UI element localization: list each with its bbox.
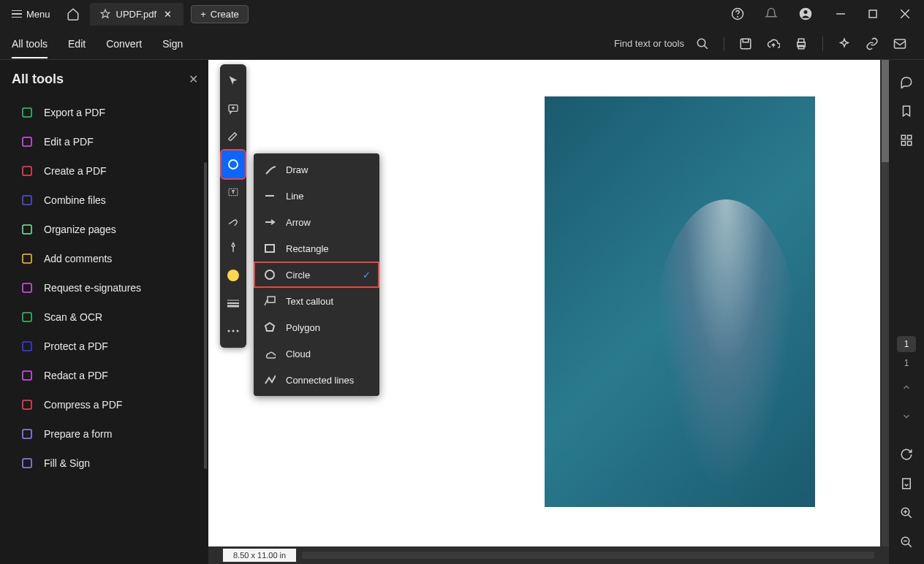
maximize-button[interactable]: [857, 4, 889, 24]
shape-option[interactable]: Connected lines: [254, 367, 379, 393]
account-button[interactable]: [789, 1, 822, 27]
sidebar-close-button[interactable]: ✕: [189, 72, 198, 86]
shape-icon: [264, 164, 276, 175]
sidebar-item-label: Scan & OCR: [44, 311, 102, 323]
stamp-tool[interactable]: [221, 234, 245, 262]
search-button[interactable]: [690, 33, 715, 55]
share-button[interactable]: [887, 33, 912, 55]
sidebar-item[interactable]: Export a PDF: [12, 99, 204, 126]
svg-line-56: [908, 544, 912, 547]
lines-icon: [227, 299, 239, 308]
svg-rect-47: [908, 135, 912, 139]
close-window-button[interactable]: [889, 4, 921, 24]
fit-page-button[interactable]: [893, 470, 920, 497]
shape-option[interactable]: Text callout: [254, 288, 379, 314]
sidebar-scrollbar[interactable]: [204, 162, 207, 469]
draw-tool[interactable]: [221, 206, 245, 234]
toolbar-convert[interactable]: Convert: [106, 29, 142, 58]
speech-icon: [900, 75, 913, 88]
shape-option[interactable]: Rectangle: [254, 235, 379, 262]
tab-close-button[interactable]: ✕: [162, 9, 173, 20]
tool-icon: [20, 369, 34, 382]
tool-icon: [20, 135, 34, 148]
rail-thumbnails-button[interactable]: [893, 127, 920, 153]
ai-button[interactable]: [832, 33, 857, 55]
zoom-out-button[interactable]: [893, 529, 920, 555]
shape-icon: [264, 374, 276, 386]
menu-button[interactable]: Menu: [3, 4, 59, 24]
shape-option[interactable]: Polygon: [254, 314, 379, 340]
sidebar-item[interactable]: Request e-signatures: [12, 274, 204, 302]
current-page-indicator[interactable]: 1: [897, 336, 917, 352]
page-fit-icon: [900, 477, 913, 490]
sidebar-item[interactable]: Combine files: [12, 186, 204, 214]
svg-rect-16: [23, 137, 31, 146]
thickness-tool[interactable]: [221, 289, 245, 317]
page[interactable]: DrawLineArrowRectangleCircle✓Text callou…: [208, 60, 880, 564]
sidebar-item[interactable]: Protect a PDF: [12, 332, 204, 360]
rail-comments-button[interactable]: [893, 69, 920, 95]
star-icon: [100, 9, 110, 19]
sidebar-item[interactable]: Fill & Sign: [12, 449, 204, 477]
more-tools[interactable]: [221, 317, 245, 345]
svg-rect-15: [23, 108, 31, 117]
sidebar-item[interactable]: Redact a PDF: [12, 362, 204, 389]
help-icon: [731, 7, 744, 20]
sidebar-item[interactable]: Prepare a form: [12, 420, 204, 448]
home-button[interactable]: [59, 3, 87, 25]
create-button[interactable]: + Create: [191, 5, 249, 23]
document-image: [545, 96, 815, 507]
save-button[interactable]: [733, 33, 758, 55]
svg-point-36: [228, 330, 230, 332]
shape-option[interactable]: Cloud: [254, 340, 379, 367]
link-button[interactable]: [860, 33, 885, 55]
chevron-down-icon: [901, 411, 912, 422]
sidebar-item-label: Fill & Sign: [44, 457, 90, 469]
text-tool[interactable]: [221, 178, 245, 206]
shape-option[interactable]: Line: [254, 183, 379, 209]
svg-rect-12: [798, 39, 804, 42]
home-icon: [67, 7, 80, 20]
document-tab[interactable]: UPDF.pdf ✕: [90, 3, 184, 26]
annotation-toolbar: [220, 64, 246, 348]
svg-rect-46: [901, 135, 905, 139]
notifications-button[interactable]: [756, 1, 787, 26]
scrollbar-thumb[interactable]: [882, 60, 889, 162]
shape-option[interactable]: Circle✓: [254, 262, 379, 288]
tool-icon: [20, 457, 34, 470]
shape-option[interactable]: Draw: [254, 156, 379, 183]
vertical-scrollbar[interactable]: [882, 60, 889, 546]
all-tools-sidebar: All tools ✕ Export a PDFEdit a PDFCreate…: [0, 60, 208, 564]
svg-rect-21: [23, 283, 31, 292]
toolbar-all-tools[interactable]: All tools: [12, 29, 48, 58]
horizontal-scrollbar[interactable]: [302, 552, 874, 559]
sidebar-item[interactable]: Add comments: [12, 245, 204, 273]
highlight-tool[interactable]: [221, 123, 245, 150]
sidebar-item[interactable]: Scan & OCR: [12, 303, 204, 331]
sidebar-item[interactable]: Edit a PDF: [12, 128, 204, 156]
toolbar-edit[interactable]: Edit: [68, 29, 86, 58]
print-button[interactable]: [789, 33, 814, 55]
shape-tool[interactable]: [221, 150, 245, 178]
minimize-button[interactable]: [825, 4, 857, 24]
comment-tool[interactable]: [221, 95, 245, 123]
select-tool[interactable]: [221, 67, 245, 95]
sidebar-item[interactable]: Compress a PDF: [12, 391, 204, 419]
user-icon: [798, 7, 813, 21]
shape-option[interactable]: Arrow: [254, 209, 379, 235]
shape-icon: [264, 190, 276, 202]
svg-rect-18: [23, 196, 31, 205]
tool-icon: [20, 281, 34, 294]
shape-label: Arrow: [286, 217, 311, 228]
page-up-button[interactable]: [893, 374, 920, 400]
sidebar-item[interactable]: Create a PDF: [12, 157, 204, 185]
color-picker[interactable]: [221, 262, 245, 289]
zoom-in-button[interactable]: [893, 500, 920, 526]
page-down-button[interactable]: [893, 403, 920, 430]
rail-bookmarks-button[interactable]: [893, 98, 920, 124]
toolbar-sign[interactable]: Sign: [162, 29, 183, 58]
export-button[interactable]: [761, 33, 786, 55]
rotate-button[interactable]: [893, 441, 920, 468]
sidebar-item[interactable]: Organize pages: [12, 216, 204, 243]
help-button[interactable]: [722, 1, 753, 26]
